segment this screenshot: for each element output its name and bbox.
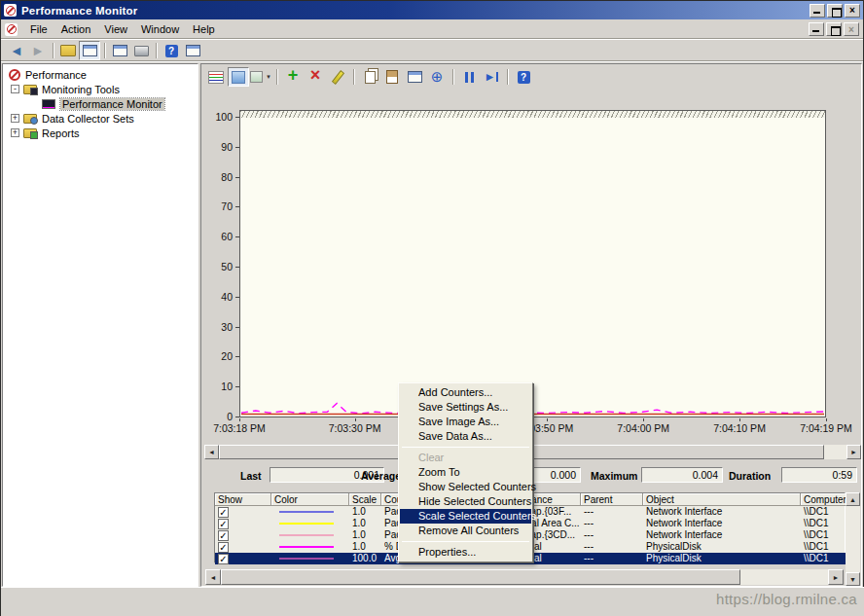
- view-current-icon[interactable]: [205, 67, 227, 87]
- parent-cell: ---: [581, 506, 643, 518]
- properties-icon[interactable]: [404, 67, 425, 87]
- menu-action[interactable]: Action: [54, 21, 98, 37]
- scroll-thumb[interactable]: [221, 569, 740, 585]
- highlight-icon[interactable]: [327, 67, 348, 87]
- pause-icon[interactable]: [458, 67, 480, 87]
- parent-cell: ---: [581, 553, 643, 564]
- menu-item-add-counters[interactable]: Add Counters...: [400, 385, 531, 400]
- tree-item-label: Monitoring Tools: [42, 84, 120, 95]
- performance-monitor-window: Performance Monitor × File Action View W…: [0, 0, 864, 616]
- y-axis-tick: [235, 236, 239, 237]
- view-log-icon[interactable]: [228, 67, 249, 87]
- mdi-close-button: ×: [844, 22, 859, 36]
- action-pane-icon[interactable]: [182, 41, 203, 60]
- y-axis-tick: [235, 327, 239, 328]
- menu-item-properties[interactable]: Properties...: [400, 545, 531, 560]
- checkbox-icon[interactable]: ✓: [218, 530, 229, 541]
- back-icon[interactable]: [6, 41, 27, 60]
- graph-type-icon[interactable]: [250, 67, 271, 87]
- menu-window[interactable]: Window: [134, 21, 186, 37]
- counter-color-line: [279, 511, 334, 513]
- scroll-down-icon[interactable]: ▼: [846, 572, 860, 586]
- menu-item-remove-all-counters[interactable]: Remove All Counters: [400, 524, 531, 538]
- step-icon[interactable]: [481, 67, 502, 87]
- y-axis-tick: [235, 117, 239, 118]
- toolbar-separator: [53, 43, 54, 58]
- checkbox-icon[interactable]: ✓: [218, 519, 229, 529]
- forward-icon[interactable]: [27, 41, 49, 60]
- computer-cell: \\DC1: [801, 553, 846, 564]
- export-window-icon[interactable]: [109, 41, 130, 60]
- restore-button[interactable]: [827, 4, 843, 18]
- stat-last-label: Last: [240, 470, 262, 482]
- expand-icon[interactable]: +: [11, 128, 19, 137]
- column-header-show[interactable]: Show: [215, 493, 271, 506]
- scale-cell: 100.0: [349, 553, 381, 564]
- tree-item-reports[interactable]: + Reports: [3, 126, 198, 140]
- y-axis-label: 90: [203, 141, 233, 153]
- menu-item-save-settings-as[interactable]: Save Settings As...: [400, 400, 531, 415]
- x-axis-label: 7:04:10 PM: [705, 422, 774, 434]
- menu-view[interactable]: View: [97, 21, 134, 37]
- scroll-right-icon[interactable]: ►: [828, 569, 844, 585]
- checkbox-icon[interactable]: ✓: [218, 554, 229, 564]
- y-axis-label: 40: [203, 291, 233, 303]
- stat-average-label: Average: [361, 470, 401, 482]
- column-header-parent[interactable]: Parent: [581, 493, 643, 506]
- column-header-scale[interactable]: Scale: [349, 493, 381, 506]
- y-axis-label: 50: [203, 261, 233, 272]
- help-icon[interactable]: [161, 41, 182, 60]
- tree-item-performance[interactable]: Performance: [3, 67, 198, 82]
- tree-item-monitoring-tools[interactable]: - Monitoring Tools: [3, 82, 198, 96]
- y-axis-label: 60: [203, 231, 233, 242]
- main-toolbar: [1, 40, 863, 62]
- stat-maximum-label: Maximum: [591, 470, 637, 482]
- menu-item-save-image-as[interactable]: Save Image As...: [400, 415, 531, 429]
- color-cell: [271, 529, 349, 541]
- menu-item-hide-selected-counters[interactable]: Hide Selected Counters: [400, 494, 531, 509]
- paste-icon[interactable]: [381, 67, 403, 87]
- color-cell: [271, 553, 349, 564]
- menu-file[interactable]: File: [23, 21, 54, 37]
- scroll-right-icon[interactable]: ►: [846, 445, 861, 459]
- mdi-restore-button[interactable]: [826, 22, 842, 36]
- scroll-left-icon[interactable]: ◄: [205, 569, 221, 585]
- minimize-button[interactable]: [810, 4, 825, 18]
- y-axis-label: 100: [203, 111, 233, 123]
- scale-cell: 1.0: [349, 541, 381, 553]
- menu-item-save-data-as[interactable]: Save Data As...: [400, 429, 531, 444]
- menu-item-zoom-to[interactable]: Zoom To: [400, 465, 531, 480]
- print-icon[interactable]: [130, 41, 152, 60]
- console-tree-icon[interactable]: [79, 41, 100, 60]
- mdi-minimize-button[interactable]: [809, 22, 824, 36]
- toolbar-separator: [507, 69, 508, 85]
- tree-item-label: Reports: [42, 127, 80, 139]
- copy-icon[interactable]: [359, 67, 380, 87]
- checkbox-icon[interactable]: ✓: [218, 507, 229, 518]
- performance-monitor-icon: [42, 99, 55, 109]
- column-header-object[interactable]: Object: [643, 493, 801, 506]
- scroll-up-icon[interactable]: ▲: [846, 492, 860, 506]
- collapse-icon[interactable]: -: [11, 85, 19, 93]
- column-header-color[interactable]: Color: [271, 493, 349, 506]
- menu-help[interactable]: Help: [186, 21, 222, 37]
- zoom-icon[interactable]: [426, 67, 448, 87]
- delete-icon[interactable]: [305, 67, 326, 87]
- menu-item-scale-selected-counters[interactable]: Scale Selected Counters: [400, 509, 531, 524]
- scale-cell: 1.0: [349, 529, 381, 541]
- scroll-left-icon[interactable]: ◄: [204, 445, 219, 459]
- title-bar[interactable]: Performance Monitor ×: [1, 1, 863, 19]
- help2-icon[interactable]: [513, 67, 534, 87]
- add-icon[interactable]: [282, 67, 304, 87]
- toolbar-separator: [276, 69, 277, 85]
- expand-icon[interactable]: +: [11, 114, 19, 123]
- stat-duration-label: Duration: [729, 470, 771, 482]
- close-button[interactable]: ×: [845, 4, 860, 18]
- x-axis-label: 7:03:18 PM: [205, 422, 273, 434]
- tree-item-performance-monitor[interactable]: Performance Monitor: [3, 96, 198, 111]
- column-header-computer[interactable]: Computer: [801, 493, 846, 506]
- up-folder-icon[interactable]: [57, 41, 79, 60]
- menu-item-show-selected-counters[interactable]: Show Selected Counters: [400, 480, 531, 494]
- tree-item-data-collector-sets[interactable]: + Data Collector Sets: [3, 111, 198, 126]
- checkbox-icon[interactable]: ✓: [218, 542, 229, 553]
